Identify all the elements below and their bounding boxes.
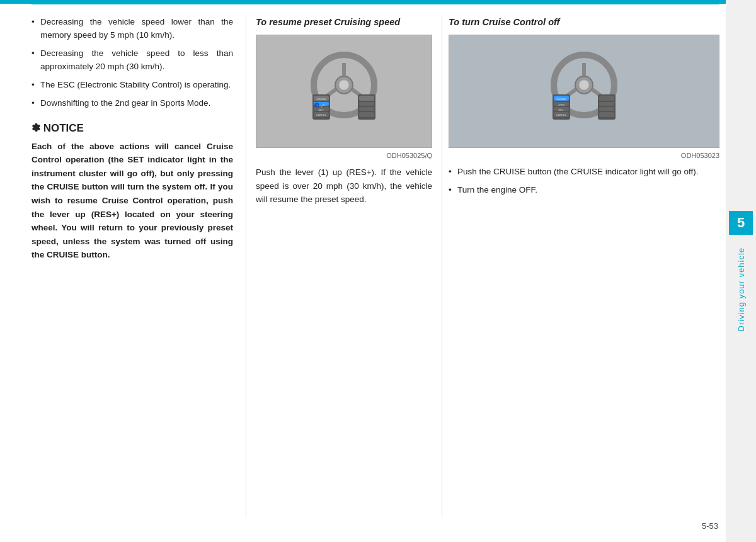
svg-rect-40: [599, 96, 614, 101]
notice-body: Each of the above actions will cancel Cr…: [32, 140, 233, 262]
svg-rect-13: [359, 102, 374, 106]
right-column: To turn Cruise Control off: [442, 16, 719, 517]
svg-text:CANCEL: CANCEL: [556, 113, 567, 116]
list-item: The ESC (Electronic Stability Control) i…: [32, 79, 233, 92]
svg-rect-14: [359, 107, 374, 111]
bullet-list: Decreasing the vehicle speed lower than …: [32, 16, 233, 110]
middle-column: To resume preset Cruising speed: [246, 16, 442, 517]
notice-title: ✽ NOTICE: [32, 121, 233, 135]
main-content: Decreasing the vehicle speed lower than …: [32, 16, 719, 517]
right-sidebar: 5 Driving your vehicle: [726, 0, 756, 542]
page-number: 5-53: [702, 521, 718, 531]
svg-text:SET-: SET-: [559, 108, 565, 111]
cruise-off-image: CRUISE +RES SET- CANCEL: [449, 35, 719, 148]
image-inner: CRUISE +RES SET- CANCEL 1: [256, 35, 432, 147]
svg-point-5: [339, 80, 349, 90]
svg-rect-41: [599, 102, 614, 106]
middle-body-text: Push the lever (1) up (RES+). If the veh…: [256, 166, 432, 206]
right-list-item: Push the CRUISE button (the CRUISE indic…: [449, 166, 719, 179]
notice-box: ✽ NOTICE Each of the above actions will …: [32, 121, 233, 262]
right-image-caption: ODH053023: [449, 152, 719, 159]
chapter-label: Driving your vehicle: [736, 247, 746, 331]
svg-rect-42: [599, 107, 614, 111]
svg-rect-15: [359, 112, 374, 117]
chapter-number: 5: [729, 211, 753, 235]
image-inner-right: CRUISE +RES SET- CANCEL: [449, 35, 719, 147]
svg-text:+RES: +RES: [558, 103, 565, 106]
right-list-item: Turn the engine OFF.: [449, 184, 719, 197]
middle-image-caption: ODH053025/Q: [256, 152, 432, 159]
list-item: Decreasing the vehicle speed lower than …: [32, 16, 233, 42]
middle-heading: To resume preset Cruising speed: [256, 16, 432, 28]
svg-rect-12: [359, 96, 374, 101]
svg-text:CRUISE: CRUISE: [316, 98, 326, 101]
right-bullet-list: Push the CRUISE button (the CRUISE indic…: [449, 166, 719, 197]
svg-point-28: [579, 80, 589, 90]
left-column: Decreasing the vehicle speed lower than …: [32, 16, 246, 517]
steering-wheel-svg: CRUISE +RES SET- CANCEL 1: [303, 50, 385, 132]
steering-wheel-right-svg: CRUISE +RES SET- CANCEL: [543, 50, 625, 132]
divider-line: [32, 4, 719, 4]
svg-rect-43: [599, 112, 614, 117]
right-heading: To turn Cruise Control off: [449, 16, 719, 28]
svg-text:CANCEL: CANCEL: [316, 113, 327, 116]
cruise-resume-image: CRUISE +RES SET- CANCEL 1: [256, 35, 432, 148]
list-item: Downshifting to the 2nd gear in Sports M…: [32, 97, 233, 110]
list-item: Decreasing the vehicle speed to less tha…: [32, 47, 233, 74]
svg-text:SET-: SET-: [319, 108, 325, 111]
